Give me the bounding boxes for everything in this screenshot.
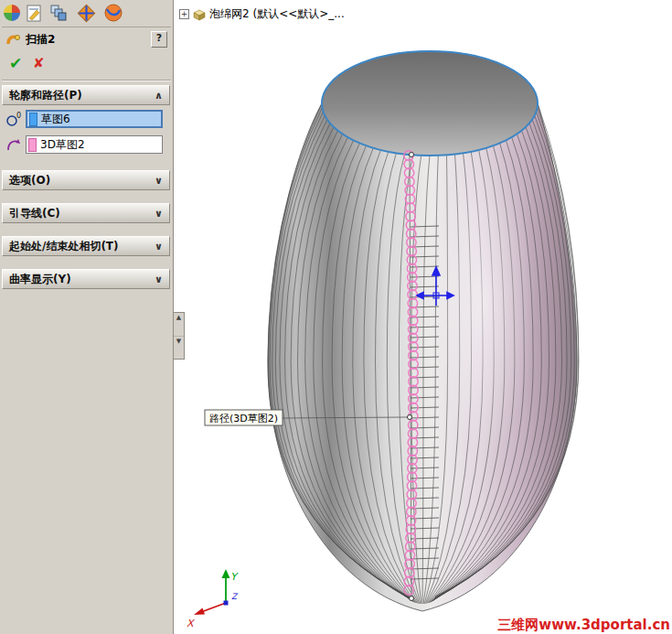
origin-triad: X Y Z — [187, 569, 239, 629]
egg-opening[interactable] — [322, 51, 538, 156]
profile-swatch — [29, 113, 37, 126]
group-label: 曲率显示(Y) — [9, 273, 71, 285]
dimxpertmanager-tab-icon[interactable] — [78, 5, 94, 21]
tree-expand-icon[interactable]: + — [179, 9, 189, 19]
panel-title: 扫描2 — [26, 32, 55, 48]
group-options[interactable]: 选项(O) ∨ — [2, 170, 170, 190]
path-swatch — [28, 138, 37, 152]
tree-item-label[interactable]: 泡绵网2 (默认<<默认>_... — [209, 6, 345, 22]
graphics-area[interactable]: 路径(3D草图2) X Y Z 三维网www.3dportal.cn + — [174, 0, 672, 634]
scroll-down-button[interactable]: ▼ — [174, 337, 184, 360]
group-label: 轮廓和路径(P) — [9, 89, 82, 102]
svg-text:0: 0 — [16, 112, 21, 120]
triad-z-label: Z — [231, 592, 239, 601]
panel-title-bar: 扫描2 ? — [2, 28, 171, 50]
chevron-down-icon[interactable]: ∨ — [155, 172, 163, 190]
group-curvature[interactable]: 曲率显示(Y) ∨ — [2, 269, 170, 289]
path-value: 3D草图2 — [40, 137, 85, 153]
group-label: 选项(O) — [9, 174, 50, 187]
panel-tab-bar — [2, 2, 171, 27]
profile-row: 0 草图6 — [2, 109, 170, 131]
featuremanager-tab-icon[interactable] — [4, 5, 20, 21]
profile-value: 草图6 — [41, 112, 70, 127]
model-scene[interactable]: 路径(3D草图2) X Y Z 三维网www.3dportal.cn — [174, 0, 672, 634]
chevron-down-icon[interactable]: ∨ — [155, 271, 163, 289]
path-input[interactable]: 3D草图2 — [26, 135, 163, 154]
group-label: 起始处/结束处相切(T) — [9, 240, 119, 253]
panel-actions: ✔ ✘ — [2, 52, 171, 76]
sweep-icon — [5, 32, 21, 48]
path-bottom-vertex[interactable] — [410, 596, 414, 601]
chevron-down-icon[interactable]: ∨ — [155, 205, 163, 223]
triad-y-label: Y — [230, 571, 239, 583]
ok-button[interactable]: ✔ — [9, 54, 22, 72]
path-icon — [5, 136, 21, 153]
group-tangency[interactable]: 起始处/结束处相切(T) ∨ — [2, 236, 170, 256]
displaymanager-tab-icon[interactable] — [105, 5, 122, 21]
chevron-down-icon[interactable]: ∨ — [155, 238, 163, 256]
watermark: 三维网www.3dportal.cn — [497, 617, 670, 633]
scroll-up-button[interactable]: ▲ — [174, 313, 184, 337]
part-icon — [193, 8, 206, 21]
profile-input[interactable]: 草图6 — [26, 110, 163, 128]
configurationmanager-tab-icon[interactable] — [51, 5, 66, 20]
property-manager-panel: 扫描2 ? ✔ ✘ 轮廓和路径(P) ∧ 0 草图6 — [0, 0, 174, 634]
path-row: 3D草图2 — [2, 134, 170, 156]
propertymanager-tab-icon[interactable] — [27, 5, 40, 21]
path-point-marker[interactable] — [408, 415, 412, 420]
feature-tree-flyout: + 泡绵网2 (默认<<默认>_... — [179, 6, 345, 22]
path-top-vertex[interactable] — [410, 153, 414, 157]
callout-text: 路径(3D草图2) — [209, 413, 278, 424]
chevron-up-icon[interactable]: ∧ — [155, 87, 163, 105]
panel-scroll-strip: ▲ ▼ — [173, 312, 185, 360]
separator — [2, 80, 171, 81]
solidworks-window: 路径(3D草图2) X Y Z 三维网www.3dportal.cn + — [0, 0, 672, 634]
group-guide-curves[interactable]: 引导线(C) ∨ — [2, 203, 170, 223]
triad-x-label: X — [187, 618, 196, 629]
cancel-button[interactable]: ✘ — [33, 55, 45, 71]
help-button[interactable]: ? — [151, 31, 167, 48]
group-label: 引导线(C) — [9, 207, 60, 220]
group-profile-path[interactable]: 轮廓和路径(P) ∧ — [2, 85, 170, 105]
profile-icon: 0 — [5, 111, 21, 127]
highlight — [434, 146, 535, 457]
